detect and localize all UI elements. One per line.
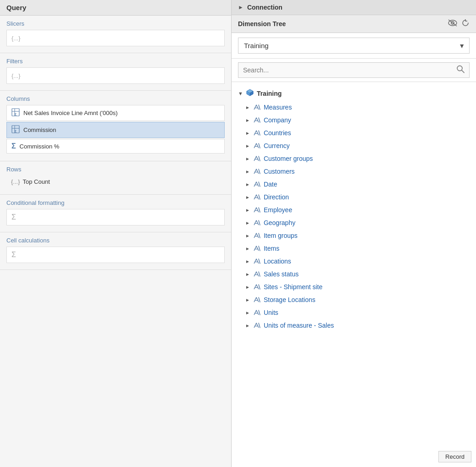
tree-item-label: Date <box>264 181 277 188</box>
column-item[interactable]: Σ Commission % <box>6 139 225 154</box>
database-dropdown-wrapper: Training ▼ <box>238 38 470 54</box>
sigma-table-icon: Σ <box>11 108 20 118</box>
tree-item[interactable]: ► Units of measure - Sales <box>232 319 476 332</box>
tree-item[interactable]: ► Customer groups <box>232 152 476 165</box>
tree-item[interactable]: ► Currency <box>232 139 476 152</box>
filters-placeholder: {...} <box>11 72 21 79</box>
tree-item-label: Storage Locations <box>264 296 315 303</box>
svg-line-42 <box>259 259 260 264</box>
curly-brace: {...} <box>11 178 20 185</box>
rows-label: Rows <box>6 166 225 173</box>
conditional-formatting-label: Conditional formatting <box>6 199 225 206</box>
rows-section: Rows {...} Top Count <box>0 161 231 195</box>
tree-item-expand-arrow: ► <box>245 105 250 110</box>
cube-icon <box>246 88 254 98</box>
search-icon <box>456 65 465 76</box>
tree-item[interactable]: ► Items <box>232 242 476 255</box>
tree-item[interactable]: ► Company <box>232 114 476 126</box>
dimension-icon <box>253 180 261 188</box>
conditional-formatting-section: Conditional formatting Σ <box>0 195 231 232</box>
tree-item[interactable]: ► Sites - Shipment site <box>232 280 476 293</box>
tree-item[interactable]: ► Countries <box>232 126 476 139</box>
tree-item-label: Measures <box>264 104 292 111</box>
columns-section: Columns Σ Net Sales Invoice Line Amnt ('… <box>0 91 231 161</box>
tree-item[interactable]: ► Geography <box>232 216 476 229</box>
filters-label: Filters <box>6 58 225 65</box>
tree-item[interactable]: ► Storage Locations <box>232 293 476 306</box>
conditional-formatting-content[interactable]: Σ <box>6 209 225 225</box>
dimension-icon <box>253 142 261 150</box>
tree-item[interactable]: ► Customers <box>232 165 476 178</box>
column-1-label: Net Sales Invoice Line Amnt ('000s) <box>23 110 118 116</box>
tree-item[interactable]: ► Direction <box>232 191 476 203</box>
dimension-icon <box>253 283 261 291</box>
connection-title: Connection <box>247 4 282 11</box>
svg-line-12 <box>462 71 464 73</box>
dim-tree-icons <box>448 19 470 29</box>
svg-line-18 <box>259 105 260 110</box>
search-input[interactable] <box>238 62 470 78</box>
right-panel: ► Connection Dimension Tree <box>232 0 476 467</box>
query-title: Query <box>6 4 26 11</box>
record-button[interactable]: Record <box>438 451 471 462</box>
tree-item-expand-arrow: ► <box>245 208 250 213</box>
tree-item[interactable]: ► Sales status <box>232 268 476 280</box>
tree-item-label: Currency <box>264 142 290 149</box>
slicers-placeholder: {...} <box>11 35 21 42</box>
slicers-content[interactable]: {...} <box>6 30 225 46</box>
svg-line-24 <box>259 143 260 148</box>
rows-item-label: Top Count <box>23 178 50 185</box>
tree-item-expand-arrow: ► <box>245 246 250 251</box>
hide-icon[interactable] <box>448 19 458 29</box>
column-item[interactable]: Σ Commission <box>6 122 225 138</box>
rows-content[interactable]: {...} Top Count <box>6 176 225 188</box>
svg-line-46 <box>259 285 260 289</box>
tree-item-label: Company <box>264 116 291 124</box>
columns-label: Columns <box>6 95 225 102</box>
column-3-label: Commission % <box>20 143 60 150</box>
tree-root-label: Training <box>257 90 282 97</box>
tree-item-label: Direction <box>264 193 289 201</box>
tree-item-expand-arrow: ► <box>245 323 250 328</box>
dimension-icon <box>253 103 261 111</box>
tree-root-item[interactable]: ▼ Training <box>232 86 476 101</box>
column-item[interactable]: Σ Net Sales Invoice Line Amnt ('000s) <box>6 105 225 121</box>
tree-item-expand-arrow: ► <box>245 118 250 123</box>
filters-content[interactable]: {...} <box>6 67 225 84</box>
svg-point-11 <box>457 66 462 71</box>
slicers-section: Slicers {...} <box>0 16 231 53</box>
dimension-tree-header: Dimension Tree <box>232 15 476 33</box>
tree-item-label: Locations <box>264 258 291 265</box>
tree-item[interactable]: ► Units <box>232 306 476 319</box>
tree-item-expand-arrow: ► <box>245 272 250 277</box>
dimension-icon <box>253 231 261 240</box>
tree-item[interactable]: ► Locations <box>232 255 476 268</box>
svg-line-44 <box>259 272 260 276</box>
svg-line-22 <box>259 131 260 135</box>
svg-text:Σ: Σ <box>15 112 17 116</box>
svg-line-30 <box>259 182 260 187</box>
tree-item[interactable]: ► Employee <box>232 203 476 216</box>
column-2-label: Commission <box>23 126 56 133</box>
tree-item-label: Geography <box>264 219 295 226</box>
svg-text:Σ: Σ <box>15 129 17 133</box>
dimension-icon <box>253 154 261 163</box>
tree-item-expand-arrow: ► <box>245 259 250 264</box>
refresh-icon[interactable] <box>461 19 470 29</box>
dimension-icon <box>253 116 261 124</box>
tree-item-label: Customers <box>264 168 295 175</box>
columns-list: Σ Net Sales Invoice Line Amnt ('000s) Σ … <box>6 105 225 154</box>
dimension-icon <box>253 296 261 304</box>
dimension-icon <box>253 257 261 265</box>
connection-expand-arrow[interactable]: ► <box>238 4 244 11</box>
tree-item[interactable]: ► Item groups <box>232 229 476 242</box>
tree-item-expand-arrow: ► <box>245 131 250 136</box>
cell-calculations-content[interactable]: Σ <box>6 247 225 263</box>
conditional-formatting-placeholder: Σ <box>11 213 16 221</box>
tree-item[interactable]: ► Date <box>232 178 476 191</box>
database-select[interactable]: Training <box>238 38 470 54</box>
svg-line-28 <box>259 169 260 174</box>
tree-item[interactable]: ► Measures <box>232 101 476 114</box>
cell-calculations-section: Cell calculations Σ <box>0 232 231 270</box>
tree-item-expand-arrow: ► <box>245 156 250 161</box>
